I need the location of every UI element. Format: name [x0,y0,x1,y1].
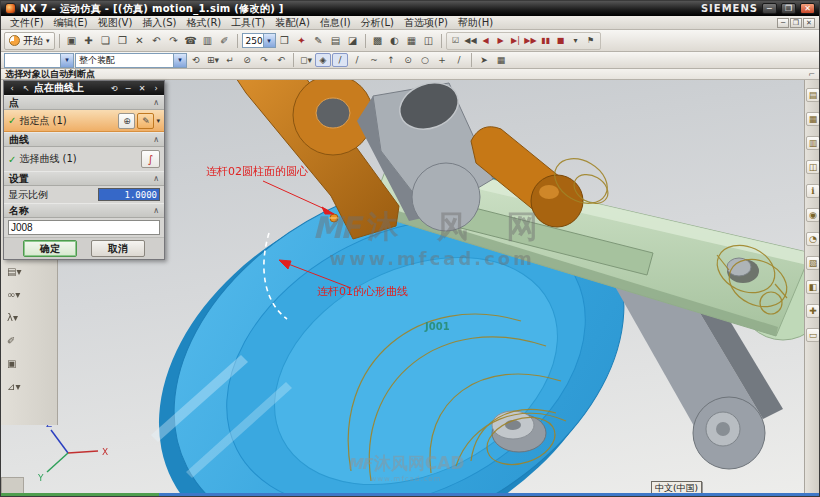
menu-format[interactable]: 格式(R) [182,16,227,30]
cancel-button[interactable]: 取消 [91,240,145,257]
copy-display-icon[interactable]: ❐ [115,33,131,49]
marker-tool-icon[interactable]: ✐ [5,333,31,348]
deselect-icon[interactable]: ⊘ [239,53,255,67]
menu-edit[interactable]: 编辑(E) [49,16,93,30]
redo-selection-icon[interactable]: ↷ [256,53,272,67]
undo-selection-icon[interactable]: ↶ [273,53,289,67]
midpoint-snap-icon[interactable]: / [349,53,365,67]
undo-icon[interactable]: ↶ [149,33,165,49]
playback-options-icon[interactable]: ▾ [569,33,583,49]
dialog-title-bar[interactable]: ‹ ↖ 点在曲线上 ⟲ − ✕ › [4,81,164,95]
frame-count-field[interactable]: 250 ▾ [242,33,276,48]
menu-help[interactable]: 帮助(H) [453,16,498,30]
dialog-close-icon[interactable]: ✕ [136,84,148,93]
part-navigator-icon[interactable]: ▥ [806,136,820,150]
menu-information[interactable]: 信息(I) [315,16,356,30]
spinner-arrow-icon[interactable]: ▾ [263,34,275,47]
menu-preferences[interactable]: 首选项(P) [399,16,453,30]
collapse-icon[interactable]: ∧ [153,174,159,183]
display-scale-input[interactable] [98,188,160,201]
collapse-icon[interactable]: ∧ [153,135,159,144]
minimize-button[interactable]: ─ [762,3,777,14]
settings-section-header[interactable]: 设置 ∧ [4,171,164,186]
window-icon[interactable]: ▥ [200,33,216,49]
start-button[interactable]: 开始 ▾ [4,32,55,50]
stop-icon[interactable]: ■ [554,33,568,49]
endpoint-snap-icon[interactable]: / [332,53,348,67]
name-input[interactable] [8,220,160,235]
arc-center-snap-icon[interactable]: ⊙ [400,53,416,67]
intersection-snap-icon[interactable]: / [451,53,467,67]
quadrant-snap-icon[interactable]: ○ [417,53,433,67]
edit-document-icon[interactable]: ◪ [345,33,361,49]
joint-tool-icon[interactable]: ∞▾ [5,287,31,302]
menu-insert[interactable]: 插入(S) [137,16,181,30]
ok-button[interactable]: 确定 [23,240,77,257]
step-back-icon[interactable]: ◀ [479,33,493,49]
menu-view[interactable]: 视图(V) [93,16,138,30]
select-curve-row[interactable]: ✓ 选择曲线 (1) ∫ [4,147,164,171]
to-end-icon[interactable]: ▶▶ [524,33,538,49]
selection-scope-combo[interactable]: 整个装配 ▾ [75,53,187,68]
menu-assemblies[interactable]: 装配(A) [270,16,315,30]
menu-analysis[interactable]: 分析(L) [356,16,399,30]
roles-icon[interactable]: ✚ [806,304,820,318]
specify-point-row[interactable]: ✓ 指定点 (1) ⊕ ✎ ▾ [4,110,164,132]
to-start-icon[interactable]: ◀◀ [464,33,478,49]
dialog-reset-icon[interactable]: ⟲ [108,84,120,93]
chevron-down-icon[interactable]: ▾ [156,117,160,125]
snap-point-toggle-icon[interactable]: ◈ [315,53,331,67]
paste-icon[interactable]: ✚ [81,33,97,49]
display-mode-icon[interactable]: ▩ [370,33,386,49]
select-face-icon[interactable]: ➤ [476,53,492,67]
collapse-icon[interactable]: ∧ [153,206,159,215]
collapse-icon[interactable]: ∧ [153,98,159,107]
copy-animation-icon[interactable]: ❒ [277,33,293,49]
web-browser-icon[interactable]: ◉ [806,208,820,222]
save-icon[interactable]: ▣ [64,33,80,49]
dialog-minimize-icon[interactable]: − [122,84,134,93]
name-section-header[interactable]: 名称 ∧ [4,203,164,218]
animation-checkbox-icon[interactable]: ☑ [449,33,463,49]
pause-icon[interactable]: ▮▮ [539,33,553,49]
dialog-forward-icon[interactable]: › [150,84,162,93]
command-finder-icon[interactable]: ☎ [183,33,199,49]
motion-navigator-icon[interactable]: ▦ [806,112,820,126]
wireframe-view-icon[interactable]: ▦ [404,33,420,49]
redo-icon[interactable]: ↷ [166,33,182,49]
point-constructor-button[interactable]: ✎ [137,113,154,129]
curve-rule-button[interactable]: ∫ [141,150,160,168]
assembly-navigator-icon[interactable]: ▤ [806,88,820,102]
export-movie-icon[interactable]: ⚑ [584,33,598,49]
existing-point-snap-icon[interactable]: + [434,53,450,67]
point-dialog-button[interactable]: ⊕ [118,113,135,129]
hd3d-tools-icon[interactable]: ℹ [806,184,820,198]
tag-icon[interactable]: ✐ [217,33,233,49]
mdi-close-button[interactable]: ✕ [803,18,815,28]
mdi-minimize-button[interactable]: ─ [777,18,789,28]
pole-snap-icon[interactable]: ↑ [383,53,399,67]
mdi-restore-button[interactable]: ❐ [790,18,802,28]
selection-filter-combo[interactable]: ▾ [4,53,74,68]
step-forward-icon[interactable]: ▶| [509,33,523,49]
close-button[interactable]: ✕ [800,3,815,14]
measure-tool-icon[interactable]: ⊿▾ [5,379,31,394]
materials-icon[interactable]: ▧ [806,256,820,270]
shaded-view-icon[interactable]: ◐ [387,33,403,49]
play-icon[interactable]: ▶ [494,33,508,49]
menu-file[interactable]: 文件(F) [5,16,49,30]
mechanism-icon[interactable]: ✦ [294,33,310,49]
curve-section-header[interactable]: 曲线 ∧ [4,132,164,147]
spring-tool-icon[interactable]: λ▾ [5,310,31,325]
spreadsheet-icon[interactable]: ▤ [328,33,344,49]
history-icon[interactable]: ◔ [806,232,820,246]
solution-icon[interactable]: ▣ [5,356,31,371]
copy-icon[interactable]: ❏ [98,33,114,49]
visualization-icon[interactable]: ◧ [806,280,820,294]
menu-tools[interactable]: 工具(T) [226,16,270,30]
fit-view-icon[interactable]: ⟲ [188,53,204,67]
restore-button[interactable]: ❐ [781,3,796,14]
combo-arrow-icon[interactable]: ▾ [60,54,73,67]
select-body-icon[interactable]: ▦ [493,53,509,67]
point-on-curve-snap-icon[interactable]: ~ [366,53,382,67]
